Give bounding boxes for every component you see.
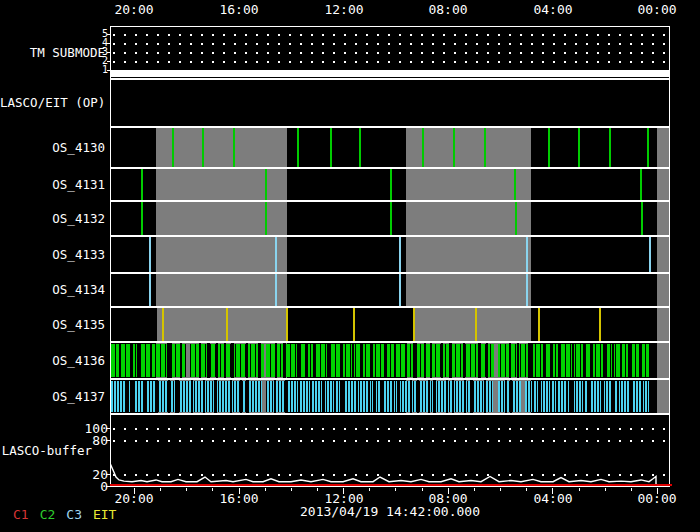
activity-gap xyxy=(521,380,525,413)
activity-gap xyxy=(285,380,288,413)
bottom-axis-tick xyxy=(186,488,187,491)
buffer-curve xyxy=(111,414,671,487)
activity-gap xyxy=(167,343,172,378)
activity-gap xyxy=(373,380,376,413)
activity-gap xyxy=(551,343,553,378)
occultation-gray-block xyxy=(406,128,531,167)
activity-gap xyxy=(230,380,232,413)
event-line-green xyxy=(578,128,580,167)
activity-gap xyxy=(297,343,301,378)
event-line-yellow xyxy=(226,308,228,341)
row-label-tm_submode: TM SUBMODE xyxy=(0,45,105,60)
activity-gap xyxy=(340,380,344,413)
occultation-gray-block xyxy=(657,202,670,235)
top-axis-tick-label: 00:00 xyxy=(633,2,681,17)
event-line-yellow xyxy=(413,308,415,341)
bottom-axis-tick xyxy=(448,488,449,494)
activity-gap xyxy=(352,343,354,378)
timestamp: 2013/04/19 14:42:00.000 xyxy=(110,504,670,519)
buffer-ytick-label: 0 xyxy=(74,479,108,494)
panel-os_4134 xyxy=(110,273,670,307)
activity-gap xyxy=(274,380,276,413)
activity-gap xyxy=(446,380,448,413)
occultation-gray-block xyxy=(657,237,670,272)
activity-gap xyxy=(470,380,473,413)
activity-gap xyxy=(566,380,568,413)
row-label-os_4133: OS_4133 xyxy=(0,247,105,262)
bottom-axis-tick xyxy=(291,488,292,491)
panel-os_4132 xyxy=(110,201,670,236)
top-axis-tick-label: 04:00 xyxy=(529,2,577,17)
activity-gap xyxy=(246,343,248,378)
row-label-os_4130: OS_4130 xyxy=(0,140,105,155)
activity-gap xyxy=(641,380,643,413)
occultation-gray-block xyxy=(657,128,670,167)
activity-gap xyxy=(392,380,394,413)
activity-gap xyxy=(550,380,552,413)
event-line-green xyxy=(141,202,143,235)
row-label-os_4131: OS_4131 xyxy=(0,177,105,192)
occultation-gray-block xyxy=(406,169,531,200)
occultation-gray-block xyxy=(156,274,287,306)
activity-gap xyxy=(532,380,534,413)
top-axis-tick-label: 12:00 xyxy=(320,2,368,17)
event-line-yellow xyxy=(286,308,288,341)
event-line-green xyxy=(515,202,517,235)
row-label-os_4135: OS_4135 xyxy=(0,317,105,332)
activity-gap xyxy=(186,343,190,378)
activity-gap xyxy=(463,343,465,378)
bottom-axis-tick xyxy=(579,488,580,491)
activity-gap xyxy=(381,380,383,413)
event-line-cyan xyxy=(526,274,528,306)
bottom-axis-tick xyxy=(526,488,527,491)
activity-gap xyxy=(144,380,146,413)
event-line-green xyxy=(609,128,611,167)
submode-ytick xyxy=(107,70,110,71)
occultation-gray-block xyxy=(156,237,287,272)
submode-ytick xyxy=(107,43,110,44)
row-label-os_4136: OS_4136 xyxy=(0,353,105,368)
activity-gap xyxy=(558,343,561,378)
row-label-lasco_eit_op: LASCO/EIT (OP) xyxy=(0,95,105,110)
activity-gap xyxy=(207,343,210,378)
activity-gap xyxy=(137,343,141,378)
activity-gap xyxy=(464,380,466,413)
activity-gap xyxy=(410,380,412,413)
activity-gap xyxy=(430,343,432,378)
event-line-green xyxy=(390,169,392,200)
activity-gap xyxy=(413,343,417,378)
panel-lasco_eit_op xyxy=(110,79,670,127)
row-label-os_4132: OS_4132 xyxy=(0,211,105,226)
activity-gap xyxy=(327,343,331,378)
event-line-green xyxy=(202,128,204,167)
legend-item-c2: C2 xyxy=(40,507,56,522)
dense-activity-fill xyxy=(111,344,649,377)
activity-gap xyxy=(155,380,158,413)
activity-gap xyxy=(371,343,373,378)
submode-ytick xyxy=(107,52,110,53)
activity-gap xyxy=(126,380,128,413)
row-label-os_4134: OS_4134 xyxy=(0,282,105,297)
event-line-green xyxy=(647,128,649,167)
activity-gap xyxy=(628,343,632,378)
event-line-cyan xyxy=(526,237,528,272)
activity-gap xyxy=(199,343,201,378)
bottom-axis-tick xyxy=(422,488,423,491)
submode-ytick xyxy=(107,34,110,35)
activity-gap xyxy=(405,343,407,378)
buffer-ytick xyxy=(106,428,110,429)
activity-gap xyxy=(240,380,242,413)
legend-item-c1: C1 xyxy=(13,507,29,522)
activity-gap xyxy=(262,380,266,413)
activity-gap xyxy=(397,380,400,413)
occultation-gray-block xyxy=(156,169,287,200)
legend: C1C2C3EIT xyxy=(13,507,116,522)
submode-gridline xyxy=(113,61,667,63)
submode-gridline xyxy=(113,52,667,54)
panel-tm_submode xyxy=(110,26,670,79)
activity-gap xyxy=(119,343,121,378)
activity-gap xyxy=(517,343,519,378)
activity-gap xyxy=(258,343,261,378)
activity-gap xyxy=(131,343,133,378)
activity-gap xyxy=(538,380,541,413)
